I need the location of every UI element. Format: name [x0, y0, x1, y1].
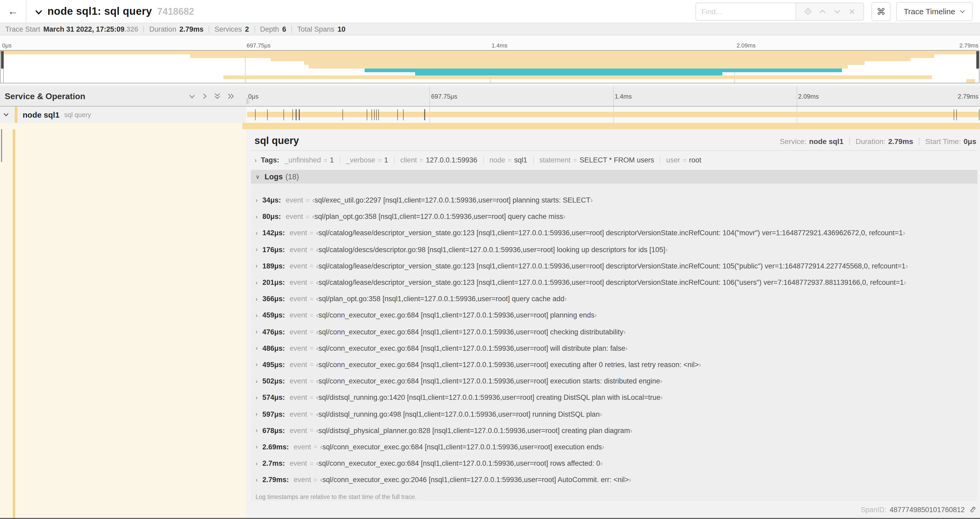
- tag-item[interactable]: statement=SELECT * FROM users: [539, 156, 654, 164]
- log-entry[interactable]: ›142μs:event=‹sql/catalog/lease/descript…: [256, 225, 977, 241]
- tag-item[interactable]: _verbose=1: [346, 156, 388, 164]
- log-field-key: event: [290, 345, 307, 352]
- log-entry[interactable]: ›597μs:event=‹sql/distsql_running.go:498…: [256, 406, 977, 422]
- meta-value: 0μs: [964, 137, 976, 145]
- next-result-icon[interactable]: [830, 3, 845, 20]
- keyboard-shortcuts-button[interactable]: ⌘: [872, 2, 891, 21]
- focus-match-icon[interactable]: [800, 3, 815, 20]
- log-timestamp: 34μs:: [262, 196, 281, 204]
- log-field-key: event: [290, 394, 307, 402]
- collapse-one-icon[interactable]: [189, 94, 196, 99]
- log-tick-mark: [374, 109, 375, 120]
- tag-value: root: [689, 156, 702, 164]
- trace-minimap[interactable]: 0μs697.75μs1.4ms2.09ms2.79ms: [0, 35, 980, 85]
- minimap-left-scrubber[interactable]: [1, 51, 4, 69]
- log-entry[interactable]: ›495μs:event=‹sql/conn_executor_exec.go:…: [256, 356, 977, 373]
- tick-label: 0μs: [248, 93, 258, 100]
- log-field-value: sql/conn_executor_exec.go:684 [nsql1,cli…: [318, 345, 625, 352]
- back-button[interactable]: ←: [0, 0, 26, 23]
- timeline-gridline: [613, 86, 614, 106]
- log-bracket-close: ›: [665, 246, 668, 254]
- log-entry[interactable]: ›201μs:event=‹sql/catalog/lease/descript…: [256, 274, 977, 291]
- log-tick-mark: [255, 109, 256, 120]
- logs-header[interactable]: ∨ Logs (18): [251, 170, 977, 184]
- log-field-value: sql/conn_executor_exec.go:684 [nsql1,cli…: [318, 459, 600, 467]
- expand-one-icon[interactable]: [202, 93, 207, 100]
- column-resize-handle[interactable]: [247, 98, 249, 104]
- log-tick-mark: [267, 109, 268, 120]
- log-tick-mark: [293, 109, 293, 120]
- log-field-key: event: [290, 278, 307, 286]
- prev-result-icon[interactable]: [815, 3, 830, 20]
- tag-item[interactable]: _unfinished=1: [285, 156, 334, 164]
- trace-title-group[interactable]: node sql1: sql query 7418682: [35, 5, 695, 18]
- chevron-right-icon: ›: [256, 230, 258, 237]
- log-entry[interactable]: ›2.79ms:event=‹sql/conn_executor_exec.go…: [256, 471, 977, 488]
- log-equals: =: [310, 345, 313, 352]
- log-tick-mark: [299, 109, 300, 120]
- tag-item[interactable]: user=root: [666, 156, 701, 164]
- log-timestamp: 2.79ms:: [262, 476, 289, 484]
- log-entry[interactable]: ›2.7ms:event=‹sql/conn_executor_exec.go:…: [256, 455, 977, 471]
- minimap-tick-row: 0μs697.75μs1.4ms2.09ms2.79ms: [0, 35, 980, 50]
- log-entry[interactable]: ›80μs:event=‹sql/plan_opt.go:358 [nsql1,…: [256, 208, 977, 225]
- chevron-right-icon: ›: [256, 279, 258, 286]
- tick-label: 0μs: [2, 42, 11, 48]
- minimap-span-bar: [364, 69, 842, 72]
- log-entry[interactable]: ›574μs:event=‹sql/distsql_running.go:142…: [256, 390, 977, 406]
- scrollbar-thumb[interactable]: [1, 129, 2, 162]
- tag-item[interactable]: node=sql1: [490, 156, 527, 164]
- span-row-name-cell[interactable]: node sql1 sql query: [0, 107, 246, 123]
- log-entry[interactable]: ›2.69ms:event=‹sql/conn_executor_exec.go…: [256, 439, 977, 455]
- log-entry[interactable]: ›366μs:event=‹sql/plan_opt.go:358 [nsql1…: [256, 291, 977, 307]
- span-detail-body: sql query Service: node sql1 Duration: 2…: [246, 129, 980, 501]
- find-input[interactable]: [695, 2, 795, 20]
- log-entry[interactable]: ›176μs:event=‹sql/catalog/descs/descript…: [256, 241, 977, 258]
- tag-item[interactable]: client=127.0.0.1:59936: [400, 156, 477, 164]
- span-color-accent: [15, 107, 18, 123]
- tags-row[interactable]: › Tags: _unfinished=1_verbose=1client=12…: [255, 156, 977, 164]
- log-entry[interactable]: ›189μs:event=‹sql/catalog/lease/descript…: [256, 258, 977, 274]
- span-row[interactable]: node sql1 sql query: [0, 107, 980, 123]
- log-entry[interactable]: ›34μs:event=‹sql/exec_util.go:2297 [nsql…: [256, 192, 977, 208]
- trace-title: node sql1: sql query: [48, 5, 152, 18]
- collapse-children-icon[interactable]: [3, 112, 9, 117]
- log-bracket-close: ›: [630, 426, 633, 434]
- log-field-key: event: [290, 410, 307, 418]
- minimap-span-bar: [270, 58, 910, 61]
- log-entry[interactable]: ›486μs:event=‹sql/conn_executor_exec.go:…: [256, 340, 977, 356]
- log-field-key: event: [290, 229, 307, 237]
- minimap-span-bar: [966, 79, 975, 83]
- minimap-span-bar: [0, 51, 979, 54]
- log-bracket-open: ‹: [316, 295, 318, 303]
- deep-link-icon[interactable]: [969, 506, 976, 513]
- log-timestamp: 142μs:: [262, 229, 285, 237]
- minimap-canvas[interactable]: [0, 50, 980, 83]
- tag-equals: =: [323, 156, 327, 164]
- clear-search-icon[interactable]: [845, 3, 859, 20]
- log-timestamp: 366μs:: [262, 295, 285, 303]
- log-entry[interactable]: ›502μs:event=‹sql/conn_executor_exec.go:…: [256, 373, 977, 389]
- minimap-right-scrubber[interactable]: [976, 51, 979, 69]
- minimap-span-bar: [224, 76, 932, 79]
- trace-timeline-dropdown[interactable]: Trace Timeline: [896, 2, 973, 21]
- log-field-value: sql/conn_executor_exec.go:2046 [nsql1,cl…: [323, 476, 629, 484]
- collapse-all-icon[interactable]: [214, 93, 221, 100]
- log-field-key: event: [290, 295, 307, 303]
- expand-all-icon[interactable]: [228, 93, 234, 100]
- tick-label: 1.4ms: [615, 93, 632, 100]
- tag-key: _unfinished: [285, 156, 321, 164]
- log-entry[interactable]: ›678μs:event=‹sql/distsql_physical_plann…: [256, 422, 977, 439]
- span-row-bar-cell[interactable]: [246, 107, 980, 123]
- back-arrow-icon: ←: [8, 5, 18, 18]
- summary-value: March 31 2022, 17:25:09: [43, 25, 125, 33]
- log-entry[interactable]: ›476μs:event=‹sql/conn_executor_exec.go:…: [256, 324, 977, 340]
- service-operation-header: Service & Operation: [0, 86, 246, 107]
- log-timestamp: 201μs:: [262, 278, 285, 286]
- chevron-down-icon: [35, 8, 43, 18]
- span-detail-header: sql query Service: node sql1 Duration: 2…: [251, 133, 977, 147]
- log-entry[interactable]: ›459μs:event=‹sql/conn_executor_exec.go:…: [256, 307, 977, 324]
- log-bracket-close: ›: [629, 476, 631, 484]
- span-duration-bar[interactable]: [247, 112, 979, 117]
- log-field-key: event: [290, 459, 307, 467]
